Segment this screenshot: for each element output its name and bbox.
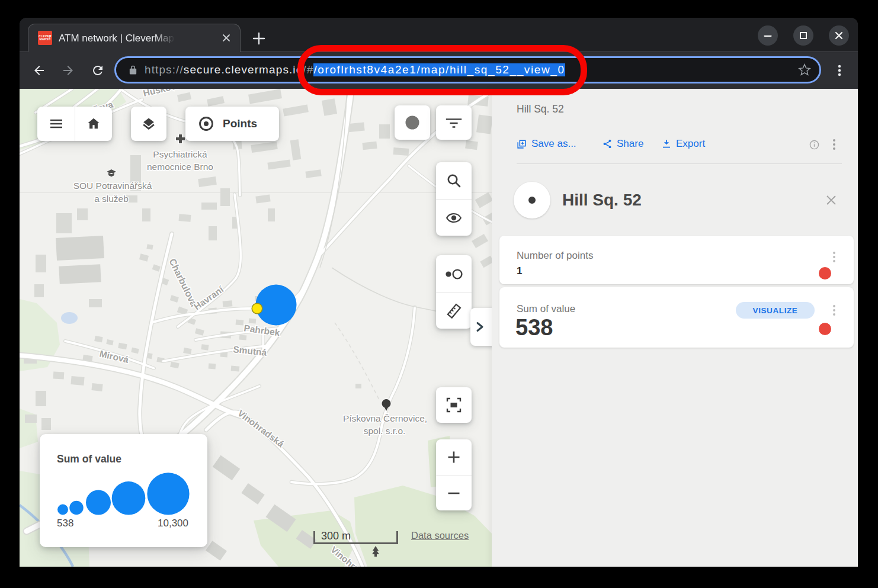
selection-close-icon[interactable] <box>825 194 838 207</box>
browser-tab[interactable]: CLEVERMAPS® ATM network | CleverMaps <box>28 24 241 52</box>
legend-max-value: 10,300 <box>158 518 188 529</box>
poi-label-quarry-2: spol. s.r.o. <box>364 426 406 436</box>
forward-icon[interactable] <box>61 63 75 78</box>
export-link[interactable]: Export <box>661 138 705 150</box>
export-label: Export <box>676 138 705 150</box>
save-as-link[interactable]: Save as... <box>516 138 576 150</box>
annotation-highlight-url <box>297 45 587 95</box>
scale-bar: 300 m <box>313 531 398 544</box>
view-title: Hill Sq. 52 <box>517 103 564 115</box>
card-menu-icon[interactable] <box>830 250 838 264</box>
url-scheme: https:// <box>145 63 184 76</box>
zoom-out-button[interactable] <box>436 475 472 510</box>
share-label: Share <box>617 138 643 150</box>
selected-point-marker <box>252 303 262 314</box>
hospital-icon <box>176 134 185 143</box>
bubble-size-button[interactable] <box>436 255 472 292</box>
tab-close-icon[interactable] <box>219 30 234 46</box>
card-menu-icon[interactable] <box>830 304 838 317</box>
street-label-vinohradska: Vinohradská <box>236 408 286 449</box>
legend-min-value: 538 <box>57 518 73 529</box>
save-as-icon <box>516 139 527 150</box>
status-dot <box>819 267 831 279</box>
map-canvas[interactable]: Huskova Řehořova Charbulova Havraní Pahr… <box>20 89 492 567</box>
street-label-mirova: Mirová <box>98 348 130 365</box>
zoom-group <box>436 439 472 510</box>
indicator-value: 1 <box>517 265 522 277</box>
scale-bar-label: 300 m <box>321 530 351 542</box>
visibility-button[interactable] <box>436 199 472 236</box>
data-sources-link[interactable]: Data sources <box>411 530 469 541</box>
export-icon <box>661 139 672 149</box>
side-panel: Hill Sq. 52 Save as... Share Export H <box>492 89 858 567</box>
info-icon[interactable] <box>809 140 819 150</box>
save-as-label: Save as... <box>531 138 576 150</box>
points-button-label: Points <box>223 117 257 130</box>
street-label-havrani: Havraní <box>192 284 226 312</box>
panel-menu-icon[interactable] <box>829 138 839 151</box>
poi-label-school-1: SOU Potravinářská <box>73 181 152 191</box>
window-minimize-button[interactable] <box>758 25 778 46</box>
window-maximize-button[interactable] <box>793 25 813 46</box>
indicator-value: 538 <box>515 315 553 340</box>
filter-button[interactable] <box>436 105 472 140</box>
window-close-button[interactable] <box>829 25 849 46</box>
points-layer-button[interactable]: Points <box>185 107 279 141</box>
poi-label-hospital-2: nemocnice Brno <box>147 162 213 172</box>
url-host: secure.clevermaps.io <box>184 63 303 76</box>
clevermaps-favicon: CLEVERMAPS® <box>38 31 52 45</box>
menu-home-group <box>37 107 112 141</box>
indicator-label: Sum of value <box>517 303 575 315</box>
panel-collapse-handle[interactable] <box>470 308 492 346</box>
reload-icon[interactable] <box>91 63 105 78</box>
indicator-label: Number of points <box>517 250 593 262</box>
poi-label-hospital-1: Psychiatrická <box>153 149 207 159</box>
street-label-huskova: Huskova <box>142 89 182 98</box>
layers-button[interactable] <box>131 107 166 141</box>
map-search-button[interactable] <box>436 162 472 199</box>
bubbles-ruler-group <box>436 255 472 329</box>
share-link[interactable]: Share <box>602 138 643 150</box>
search-eye-group <box>436 162 472 236</box>
quarry-pin-icon <box>382 399 390 411</box>
zoom-in-button[interactable] <box>436 439 472 475</box>
poi-label-quarry-1: Pískovna Černovice, <box>343 413 427 423</box>
new-tab-icon[interactable] <box>251 30 267 47</box>
bubble-marker <box>256 285 297 326</box>
share-icon <box>602 139 613 149</box>
lock-icon <box>128 65 138 75</box>
menu-button[interactable] <box>37 107 75 141</box>
bookmark-star-icon[interactable] <box>798 63 811 76</box>
selection-title: Hill Sq. 52 <box>562 191 642 210</box>
status-dot <box>819 323 831 335</box>
browser-window: CLEVERMAPS® ATM network | CleverMaps <box>20 18 858 567</box>
fit-bounds-button[interactable] <box>436 387 472 423</box>
home-button[interactable] <box>75 107 112 141</box>
poi-label-school-2: a služeb <box>94 194 129 204</box>
indicator-card-sum-of-value[interactable]: Sum of value 538 VISUALIZE <box>499 287 854 348</box>
selection-avatar <box>514 182 550 219</box>
visualize-chip[interactable]: VISUALIZE <box>736 302 815 319</box>
chevron-right-icon <box>475 321 485 333</box>
back-icon[interactable] <box>32 63 46 78</box>
legend-card: Sum of value 538 10,300 <box>40 434 207 547</box>
indicator-card-number-of-points[interactable]: Number of points 1 <box>499 236 854 284</box>
panel-divider <box>517 163 842 164</box>
tab-title: ATM network | CleverMaps <box>59 31 176 46</box>
legend-bubbles <box>40 434 207 547</box>
measure-button[interactable] <box>436 292 472 329</box>
point-style-button[interactable] <box>395 105 430 140</box>
browser-menu-icon[interactable] <box>833 63 846 78</box>
school-icon <box>107 169 116 177</box>
point-symbol-icon <box>197 115 215 133</box>
